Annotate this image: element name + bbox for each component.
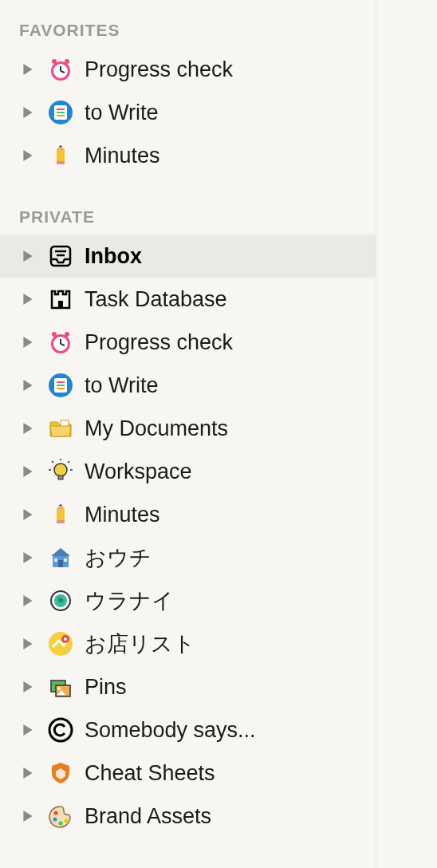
sidebar-item-minutes[interactable]: Minutes bbox=[0, 134, 376, 177]
palette-icon bbox=[46, 802, 75, 831]
chevron-right-icon[interactable] bbox=[19, 420, 37, 437]
svg-marker-72 bbox=[23, 767, 32, 779]
svg-rect-49 bbox=[57, 520, 65, 523]
svg-point-29 bbox=[52, 332, 57, 337]
section-header-favorites[interactable]: FAVORITES bbox=[0, 11, 376, 48]
sidebar-item-label: Workspace bbox=[85, 460, 192, 484]
svg-point-74 bbox=[54, 811, 58, 815]
svg-point-5 bbox=[52, 59, 57, 64]
svg-point-76 bbox=[59, 822, 63, 826]
svg-rect-23 bbox=[58, 301, 63, 308]
folder-icon bbox=[46, 414, 75, 443]
sidebar-item-label: おウチ bbox=[85, 543, 152, 572]
globe-icon bbox=[46, 586, 75, 615]
section-header-private[interactable]: PRIVATE bbox=[0, 198, 376, 235]
bulb-icon bbox=[46, 457, 75, 486]
svg-marker-73 bbox=[23, 811, 32, 822]
castle-icon bbox=[46, 285, 75, 314]
sidebar-item-label: Progress check bbox=[85, 330, 233, 355]
pencil-icon bbox=[46, 141, 75, 170]
sidebar-item-progress-check-2[interactable]: Progress check bbox=[0, 321, 376, 364]
svg-marker-61 bbox=[23, 638, 32, 649]
sidebar-item-progress-check[interactable]: Progress check bbox=[0, 48, 376, 91]
chevron-right-icon[interactable] bbox=[19, 764, 37, 782]
svg-marker-39 bbox=[23, 466, 32, 477]
chevron-right-icon[interactable] bbox=[19, 147, 37, 164]
pins-icon bbox=[46, 673, 75, 701]
sidebar-item-inbox[interactable]: Inbox bbox=[0, 235, 376, 278]
chevron-right-icon[interactable] bbox=[19, 333, 37, 351]
pencil-icon bbox=[46, 500, 75, 529]
sidebar-item-label: Inbox bbox=[85, 244, 142, 269]
clock-icon bbox=[46, 328, 75, 357]
svg-marker-13 bbox=[23, 150, 32, 161]
sidebar-item-omise-list[interactable]: お店リスト bbox=[0, 622, 376, 665]
svg-rect-55 bbox=[58, 560, 63, 567]
clock-icon bbox=[46, 55, 75, 84]
svg-marker-7 bbox=[23, 107, 32, 118]
map-icon bbox=[46, 629, 75, 658]
svg-point-68 bbox=[57, 687, 61, 690]
sidebar-item-to-write[interactable]: to Write bbox=[0, 91, 376, 134]
svg-point-64 bbox=[64, 637, 67, 641]
sidebar-item-task-database[interactable]: Task Database bbox=[0, 278, 376, 321]
sidebar-item-label: Task Database bbox=[85, 287, 227, 312]
chevron-right-icon[interactable] bbox=[19, 721, 37, 739]
sidebar-item-label: Cheat Sheets bbox=[85, 761, 215, 786]
chevron-right-icon[interactable] bbox=[19, 807, 37, 825]
chevron-right-icon[interactable] bbox=[19, 635, 37, 653]
svg-marker-31 bbox=[23, 380, 32, 391]
svg-point-6 bbox=[65, 59, 69, 64]
svg-point-30 bbox=[65, 332, 69, 337]
chevron-right-icon[interactable] bbox=[19, 247, 37, 265]
sidebar-item-workspace[interactable]: Workspace bbox=[0, 450, 376, 493]
sidebar-item-label: お店リスト bbox=[85, 629, 195, 658]
svg-marker-65 bbox=[23, 681, 32, 692]
sidebar-item-label: Minutes bbox=[85, 144, 160, 168]
sidebar-item-label: Pins bbox=[85, 675, 127, 700]
sidebar-item-brand-assets[interactable]: Brand Assets bbox=[0, 795, 376, 838]
svg-marker-22 bbox=[23, 294, 32, 305]
chevron-right-icon[interactable] bbox=[19, 290, 37, 308]
chevron-right-icon[interactable] bbox=[19, 592, 37, 610]
sidebar-item-label: Minutes bbox=[85, 503, 160, 527]
svg-marker-47 bbox=[23, 509, 32, 520]
chevron-right-icon[interactable] bbox=[19, 104, 37, 121]
house-icon bbox=[46, 543, 75, 572]
svg-marker-70 bbox=[23, 724, 32, 736]
sidebar-item-minutes-2[interactable]: Minutes bbox=[0, 493, 376, 536]
sidebar-item-label: Brand Assets bbox=[85, 804, 211, 829]
sidebar-item-to-write-2[interactable]: to Write bbox=[0, 364, 376, 407]
svg-marker-58 bbox=[23, 595, 32, 606]
note-icon bbox=[46, 98, 75, 127]
svg-marker-37 bbox=[23, 423, 32, 434]
shield-icon bbox=[46, 759, 75, 787]
sidebar-item-label: to Write bbox=[85, 373, 159, 398]
svg-line-46 bbox=[68, 461, 69, 463]
sidebar-item-uranai[interactable]: ウラナイ bbox=[0, 579, 376, 622]
sidebar-item-pins[interactable]: Pins bbox=[0, 665, 376, 708]
sidebar-item-ouchi[interactable]: おウチ bbox=[0, 536, 376, 579]
sidebar-item-label: Somebody says... bbox=[85, 718, 256, 743]
svg-marker-51 bbox=[59, 504, 62, 506]
sidebar-item-label: Progress check bbox=[85, 57, 233, 82]
svg-point-75 bbox=[53, 818, 57, 822]
svg-marker-24 bbox=[23, 337, 32, 348]
svg-marker-17 bbox=[59, 145, 62, 147]
chevron-right-icon[interactable] bbox=[19, 61, 37, 78]
sidebar-item-somebody-says[interactable]: Somebody says... bbox=[0, 708, 376, 752]
chevron-right-icon[interactable] bbox=[19, 463, 37, 480]
sidebar-item-my-documents[interactable]: My Documents bbox=[0, 407, 376, 450]
sidebar-item-cheat-sheets[interactable]: Cheat Sheets bbox=[0, 752, 376, 795]
chevron-right-icon[interactable] bbox=[19, 377, 37, 394]
sidebar: FAVORITES Progress check to Write Minute… bbox=[0, 0, 376, 868]
chevron-right-icon[interactable] bbox=[19, 549, 37, 566]
svg-marker-0 bbox=[23, 64, 32, 75]
svg-marker-18 bbox=[23, 251, 32, 262]
svg-point-71 bbox=[49, 719, 72, 741]
svg-rect-56 bbox=[54, 558, 57, 562]
chevron-right-icon[interactable] bbox=[19, 506, 37, 523]
chevron-right-icon[interactable] bbox=[19, 678, 37, 696]
svg-point-77 bbox=[65, 819, 69, 823]
inbox-icon bbox=[46, 242, 75, 270]
